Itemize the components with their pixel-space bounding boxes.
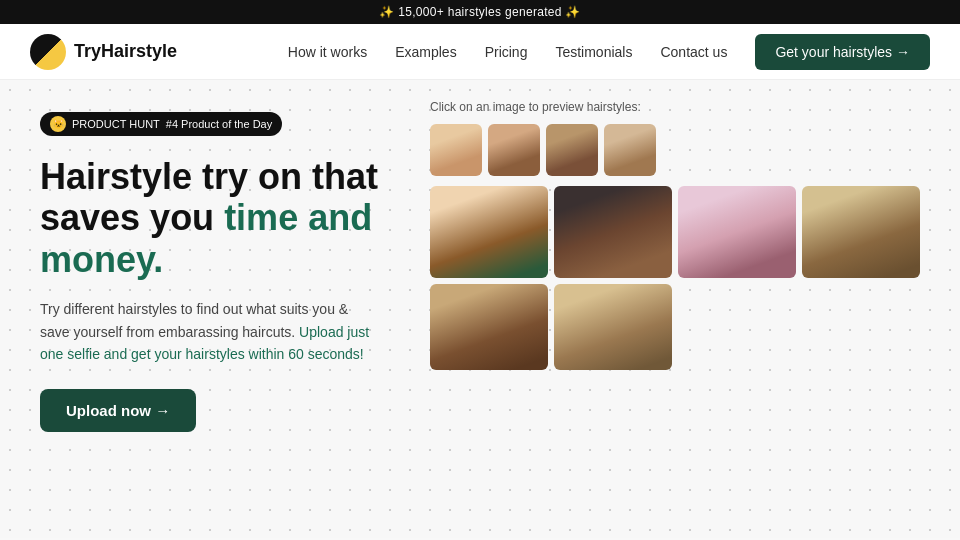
badge-rank: #4 Product of the Day [166, 118, 272, 130]
thumb-1[interactable] [430, 124, 482, 176]
main-headline: Hairstyle try on that saves you time and… [40, 156, 380, 280]
nav-links: How it works Examples Pricing Testimonia… [288, 43, 728, 61]
banner-text: ✨ 15,000+ hairstyles generated ✨ [379, 5, 580, 19]
hairstyle-img-2[interactable] [554, 186, 672, 278]
hero-section: 🐱 PRODUCT HUNT #4 Product of the Day Hai… [0, 80, 960, 538]
hairstyle-img-3[interactable] [678, 186, 796, 278]
right-panel: Click on an image to preview hairstyles: [420, 80, 960, 538]
nav-contact[interactable]: Contact us [660, 44, 727, 60]
thumb-4[interactable] [604, 124, 656, 176]
nav-examples[interactable]: Examples [395, 44, 456, 60]
content-scroll[interactable]: 🐱 PRODUCT HUNT #4 Product of the Day Hai… [0, 80, 960, 538]
logo-text: TryHairstyle [74, 41, 177, 62]
left-panel: 🐱 PRODUCT HUNT #4 Product of the Day Hai… [0, 80, 420, 538]
hairstyle-img-6[interactable] [554, 284, 672, 370]
thumb-row [430, 124, 940, 176]
grid-row-2 [430, 284, 940, 370]
hairstyle-img-1[interactable] [430, 186, 548, 278]
thumb-3[interactable] [546, 124, 598, 176]
badge-label: PRODUCT HUNT [72, 118, 160, 130]
top-banner: ✨ 15,000+ hairstyles generated ✨ [0, 0, 960, 24]
hairstyle-img-4[interactable] [802, 186, 920, 278]
navbar: TryHairstyle How it works Examples Prici… [0, 24, 960, 80]
ph-icon: 🐱 [50, 116, 66, 132]
hero-subtext: Try different hairstyles to find out wha… [40, 298, 380, 365]
product-hunt-badge: 🐱 PRODUCT HUNT #4 Product of the Day [40, 112, 282, 136]
preview-label: Click on an image to preview hairstyles: [430, 100, 940, 114]
thumb-2[interactable] [488, 124, 540, 176]
nav-pricing[interactable]: Pricing [485, 44, 528, 60]
logo[interactable]: TryHairstyle [30, 34, 177, 70]
hairstyle-img-5[interactable] [430, 284, 548, 370]
nav-cta-button[interactable]: Get your hairstyles → [755, 34, 930, 70]
nav-testimonials[interactable]: Testimonials [555, 44, 632, 60]
logo-icon [30, 34, 66, 70]
upload-button[interactable]: Upload now → [40, 389, 196, 432]
grid-row-1 [430, 186, 940, 278]
nav-how-it-works[interactable]: How it works [288, 44, 367, 60]
